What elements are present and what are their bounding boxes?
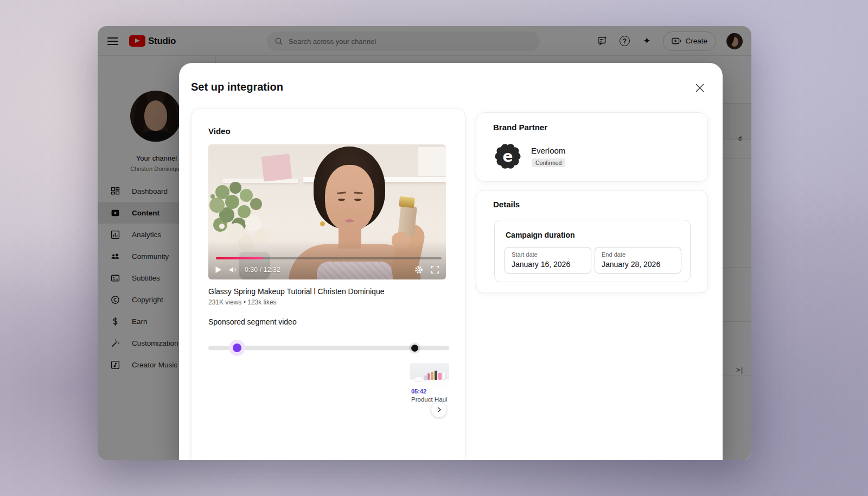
segment-timestamp: 05:42 — [411, 388, 426, 395]
video-heading: Video — [208, 126, 231, 136]
video-progress-bar[interactable] — [216, 257, 442, 259]
video-card: Video — [191, 109, 465, 460]
segment-thumbnail[interactable] — [410, 363, 449, 386]
details-heading: Details — [493, 200, 520, 209]
campaign-duration-heading: Campaign duration — [506, 231, 575, 239]
video-player[interactable]: 0:30 / 12:32 — [208, 144, 446, 279]
brand-partner-card: Brand Partner e Everloom Confirmed — [476, 112, 708, 182]
app-window: Studio ? ✦ Create — [98, 26, 751, 460]
campaign-duration-card: Campaign duration Start date January 16,… — [494, 220, 691, 282]
sponsored-segment-label: Sponsored segment video — [208, 317, 297, 326]
end-date-label: End date — [602, 251, 626, 258]
start-date-field[interactable]: Start date January 16, 2026 — [505, 247, 591, 274]
setup-integration-modal: Set up integration Video — [179, 63, 723, 460]
play-button[interactable] — [215, 266, 222, 274]
next-segment-button[interactable] — [431, 402, 446, 417]
segment-slider[interactable] — [208, 341, 449, 354]
svg-text:e: e — [503, 148, 513, 166]
chevron-right-icon — [435, 406, 443, 414]
start-date-label: Start date — [512, 251, 538, 258]
video-title: Glassy Spring Makeup Tutorial l Christen… — [208, 287, 384, 296]
details-card: Details Campaign duration Start date Jan… — [476, 190, 708, 293]
desktop-background: Studio ? ✦ Create — [0, 0, 868, 496]
video-stats: 231K views • 123k likes — [208, 298, 277, 306]
end-date-field[interactable]: End date January 28, 2026 — [595, 247, 681, 274]
settings-icon[interactable] — [414, 265, 424, 275]
volume-icon[interactable] — [229, 266, 238, 274]
everloom-logo: e — [494, 143, 521, 170]
slider-handle-current[interactable] — [233, 344, 241, 352]
start-date-value: January 16, 2026 — [512, 260, 570, 269]
close-icon — [695, 83, 705, 93]
segment-title: Product Haul — [411, 396, 447, 403]
modal-title: Set up integration — [191, 81, 283, 93]
slider-marker-segment[interactable] — [411, 345, 418, 352]
confirmed-badge: Confirmed — [532, 158, 565, 167]
video-progress-fill — [216, 257, 263, 259]
end-date-value: January 28, 2026 — [602, 260, 660, 269]
close-button[interactable] — [693, 81, 706, 94]
brand-partner-heading: Brand Partner — [493, 123, 547, 132]
fullscreen-icon[interactable] — [431, 265, 439, 274]
brand-name: Everloom — [531, 146, 565, 155]
time-display: 0:30 / 12:32 — [245, 266, 280, 274]
